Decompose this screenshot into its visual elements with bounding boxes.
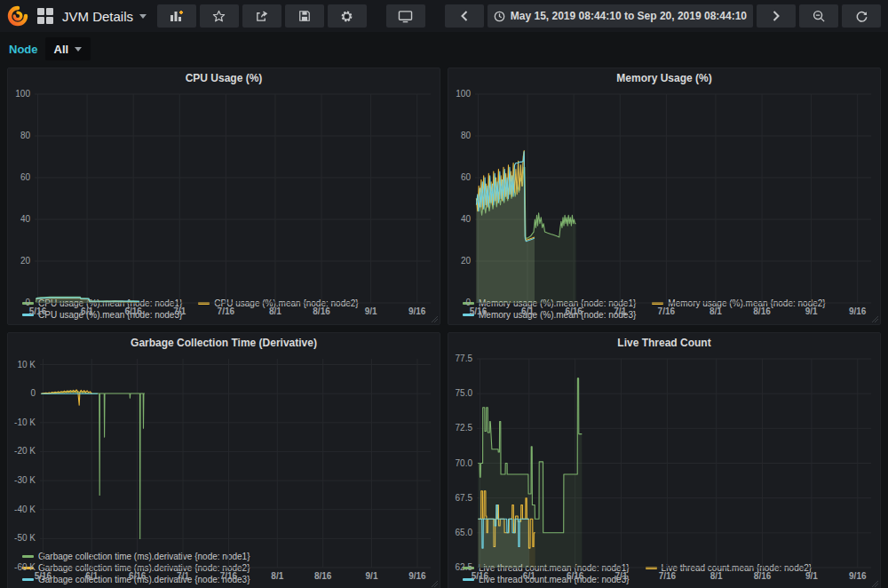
time-back-button[interactable]	[445, 4, 484, 28]
dashboard-settings-button[interactable]	[328, 4, 367, 28]
star-dashboard-button[interactable]	[200, 4, 239, 28]
svg-text:9/16: 9/16	[849, 306, 867, 316]
svg-text:-20 K: -20 K	[14, 446, 36, 456]
svg-text:9/16: 9/16	[849, 571, 867, 581]
svg-text:100: 100	[15, 89, 30, 99]
save-dashboard-button[interactable]	[285, 4, 324, 28]
svg-text:7/16: 7/16	[659, 571, 677, 581]
svg-text:8/1: 8/1	[271, 571, 283, 581]
svg-text:72.5: 72.5	[456, 423, 473, 433]
chevron-down-icon	[139, 14, 147, 19]
share-dashboard-button[interactable]	[242, 4, 281, 28]
svg-text:6/16: 6/16	[129, 571, 147, 581]
panel-memory-usage: Memory Usage (%) 0204060801005/166/16/16…	[448, 68, 881, 325]
monitor-icon	[398, 10, 413, 23]
cycle-view-mode-button[interactable]	[386, 4, 425, 28]
refresh-button[interactable]	[842, 4, 881, 28]
panel-resize-handle[interactable]	[431, 580, 438, 587]
panel-live-thread-count: Live Thread Count 62.565.067.570.072.575…	[448, 332, 881, 588]
svg-text:7/1: 7/1	[177, 571, 189, 581]
svg-text:70.0: 70.0	[456, 458, 473, 468]
svg-text:9/1: 9/1	[805, 306, 818, 316]
dashboards-grid-icon[interactable]	[37, 8, 53, 24]
svg-text:80: 80	[20, 131, 31, 140]
save-icon	[298, 10, 311, 22]
svg-text:8/1: 8/1	[710, 306, 722, 316]
add-panel-button[interactable]	[157, 4, 196, 28]
svg-text:60: 60	[461, 172, 472, 182]
clock-icon	[494, 11, 505, 22]
svg-text:100: 100	[456, 89, 471, 99]
svg-text:-30 K: -30 K	[14, 475, 36, 485]
svg-text:7/16: 7/16	[218, 306, 235, 316]
svg-text:8/1: 8/1	[269, 306, 281, 316]
top-navbar: JVM Details	[0, 0, 888, 32]
svg-text:-50 K: -50 K	[14, 533, 36, 543]
svg-text:7/1: 7/1	[614, 306, 626, 316]
gear-icon	[340, 10, 353, 23]
svg-text:62.5: 62.5	[456, 562, 473, 572]
grafana-logo[interactable]	[7, 5, 28, 27]
dashboard-title[interactable]: JVM Details	[62, 9, 147, 24]
time-forward-button[interactable]	[757, 4, 796, 28]
svg-text:20: 20	[461, 256, 472, 266]
svg-text:7/16: 7/16	[220, 571, 238, 581]
panel-title[interactable]: Garbage Collection Time (Derivative)	[8, 333, 440, 354]
time-range-text: May 15, 2019 08:44:10 to Sep 20, 2019 08…	[511, 10, 747, 22]
svg-text:65.0: 65.0	[456, 528, 473, 537]
add-panel-icon	[170, 10, 184, 22]
svg-text:10 K: 10 K	[17, 360, 36, 369]
svg-text:7/1: 7/1	[173, 306, 186, 316]
dashboard-submenu: Node All	[0, 32, 888, 66]
dashboard-grid: CPU Usage (%) 0204060801005/166/16/167/1…	[0, 66, 888, 588]
svg-text:-40 K: -40 K	[14, 505, 36, 514]
svg-text:9/16: 9/16	[408, 306, 426, 316]
chevron-down-icon	[75, 47, 82, 52]
share-icon	[255, 10, 268, 23]
svg-text:9/1: 9/1	[365, 306, 377, 316]
svg-text:75.0: 75.0	[456, 388, 473, 398]
svg-text:6/16: 6/16	[567, 571, 584, 581]
svg-text:9/1: 9/1	[366, 571, 378, 581]
svg-text:60: 60	[20, 172, 31, 182]
svg-text:9/1: 9/1	[805, 571, 818, 581]
live-thread-count-chart[interactable]: 62.565.067.570.072.575.077.55/166/16/167…	[448, 354, 880, 561]
svg-text:5/16: 5/16	[470, 306, 488, 316]
refresh-icon	[855, 10, 868, 23]
panel-title[interactable]: Live Thread Count	[448, 333, 880, 354]
svg-text:6/16: 6/16	[565, 306, 583, 316]
star-icon	[212, 10, 226, 23]
panel-resize-handle[interactable]	[871, 315, 878, 322]
svg-text:9/16: 9/16	[408, 571, 426, 581]
svg-text:5/16: 5/16	[29, 306, 47, 316]
svg-text:6/1: 6/1	[521, 306, 534, 316]
cpu-usage-chart[interactable]: 0204060801005/166/16/167/17/168/18/169/1…	[8, 89, 440, 297]
panel-title[interactable]: Memory Usage (%)	[448, 68, 880, 89]
svg-text:7/1: 7/1	[615, 571, 628, 581]
panel-gc-time: Garbage Collection Time (Derivative) 10 …	[7, 332, 440, 588]
svg-text:40: 40	[461, 214, 472, 224]
svg-text:77.5: 77.5	[456, 354, 473, 363]
svg-text:5/16: 5/16	[35, 571, 52, 581]
svg-text:6/1: 6/1	[85, 571, 98, 581]
time-range-picker[interactable]: May 15, 2019 08:44:10 to Sep 20, 2019 08…	[488, 4, 753, 28]
panel-title[interactable]: CPU Usage (%)	[8, 68, 440, 89]
chevron-right-icon	[773, 11, 780, 21]
svg-text:8/1: 8/1	[710, 571, 723, 581]
panel-resize-handle[interactable]	[871, 580, 878, 587]
zoom-out-icon	[813, 10, 826, 23]
svg-text:-60 K: -60 K	[14, 562, 36, 572]
dashboard-title-text: JVM Details	[62, 9, 133, 24]
svg-text:6/1: 6/1	[81, 306, 93, 316]
memory-usage-chart[interactable]: 0204060801005/166/16/167/17/168/18/169/1…	[448, 89, 880, 297]
svg-text:6/16: 6/16	[124, 306, 142, 316]
svg-text:40: 40	[20, 214, 31, 224]
gc-time-chart[interactable]: 10 K0-10 K-20 K-30 K-40 K-50 K-60 K5/166…	[8, 354, 440, 550]
template-variable-dropdown[interactable]: All	[45, 37, 91, 60]
template-variable-label: Node	[9, 43, 38, 56]
panel-resize-handle[interactable]	[431, 315, 438, 322]
zoom-out-time-button[interactable]	[799, 4, 838, 28]
svg-text:80: 80	[461, 131, 472, 140]
svg-text:5/16: 5/16	[472, 571, 489, 581]
svg-text:0: 0	[30, 388, 36, 398]
